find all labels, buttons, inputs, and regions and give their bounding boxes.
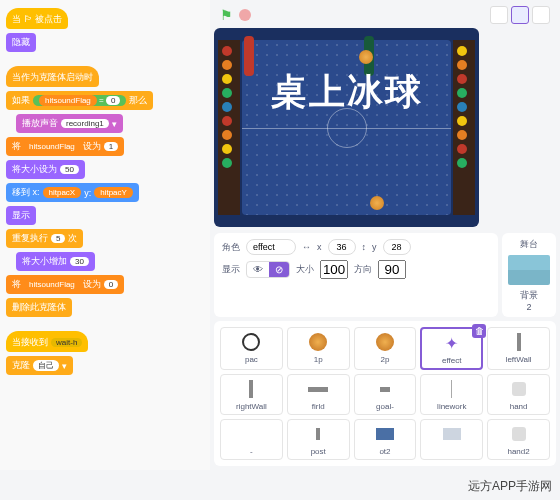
block-set-size[interactable]: 将大小设为 50 (6, 160, 85, 179)
sprite-2p[interactable]: 2p (354, 327, 417, 370)
sprite-firld[interactable]: firld (287, 374, 350, 415)
hide-button[interactable]: ⊘ (269, 262, 289, 277)
size-input[interactable] (320, 260, 348, 279)
sprite-inspector: 角色 ↔ x ↕ y 显示 👁 ⊘ 大小 (214, 233, 498, 317)
green-flag-icon[interactable]: ⚑ (220, 7, 233, 23)
sprite-leftwall[interactable]: leftWall (487, 327, 550, 370)
block-when-receive[interactable]: 当接收到 wait-h (6, 331, 88, 352)
stage-thumbnail[interactable] (508, 255, 550, 285)
sprite-blank[interactable] (420, 419, 483, 460)
block-play-sound[interactable]: 播放声音 recording1 ▾ (16, 114, 123, 133)
block-repeat[interactable]: 重复执行 5 次 (6, 229, 83, 248)
block-goto[interactable]: 移到 x: hitpacX y: hitpacY (6, 183, 139, 202)
block-when-clone[interactable]: 当作为克隆体启动时 (6, 66, 99, 87)
operator-equals[interactable]: hitsoundFlag = 0 (33, 95, 126, 106)
script-area[interactable]: 当 🏳 被点击 隐藏 当作为克隆体启动时 如果 hitsoundFlag = 0… (0, 0, 210, 470)
watermark: 远方APP手游网 (468, 478, 552, 495)
sprite-linework[interactable]: linework (420, 374, 483, 415)
block-if[interactable]: 如果 hitsoundFlag = 0 那么 (6, 91, 153, 110)
x-input[interactable] (328, 239, 356, 255)
block-hide[interactable]: 隐藏 (6, 33, 36, 52)
sprite-ot2[interactable]: ot2 (354, 419, 417, 460)
block-delete-clone[interactable]: 删除此克隆体 (6, 298, 72, 317)
sprite-pac[interactable]: pac (220, 327, 283, 370)
stage[interactable]: 桌上冰球 (214, 28, 479, 227)
sprite-name-input[interactable] (246, 239, 296, 255)
game-table (242, 40, 451, 215)
sprite-rightwall[interactable]: rightWall (220, 374, 283, 415)
block-set-var[interactable]: 将 hitsoundFlag 设为 1 (6, 137, 124, 156)
sprite-hand2[interactable]: hand2 (487, 419, 550, 460)
stop-icon[interactable] (239, 9, 251, 21)
delete-sprite-icon[interactable]: 🗑 (472, 324, 486, 338)
size-label: 大小 (296, 263, 314, 276)
puck-2 (370, 196, 384, 210)
stage-panel[interactable]: 舞台 背景 2 (502, 233, 556, 317)
sprite-post[interactable]: post (287, 419, 350, 460)
block-change-size[interactable]: 将大小增加 30 (16, 252, 95, 271)
dir-input[interactable] (378, 260, 406, 279)
sprite-grid: pac 1p 2p 🗑✦effect leftWall rightWall fi… (214, 321, 556, 466)
view-small-button[interactable] (490, 6, 508, 24)
block-clone[interactable]: 克隆 自己 ▾ (6, 356, 73, 375)
sprite-dash[interactable]: - (220, 419, 283, 460)
y-input[interactable] (383, 239, 411, 255)
stage-toolbar: ⚑ (214, 4, 556, 26)
sprite-goal[interactable]: goal- (354, 374, 417, 415)
stage-title: 桌上冰球 (214, 68, 479, 117)
x-icon: ↔ (302, 242, 311, 252)
block-set-var-2[interactable]: 将 hitsoundFlag 设为 0 (6, 275, 124, 294)
block-show[interactable]: 显示 (6, 206, 36, 225)
block-when-flag[interactable]: 当 🏳 被点击 (6, 8, 68, 29)
sprite-effect[interactable]: 🗑✦effect (420, 327, 483, 370)
sprite-label: 角色 (222, 241, 240, 254)
view-large-button[interactable] (511, 6, 529, 24)
y-icon: ↕ (362, 242, 367, 252)
show-button[interactable]: 👁 (247, 262, 269, 277)
puck (359, 50, 373, 64)
view-full-button[interactable] (532, 6, 550, 24)
dir-label: 方向 (354, 263, 372, 276)
sprite-hand[interactable]: hand (487, 374, 550, 415)
stage-panel-title: 舞台 (507, 238, 551, 251)
backdrop-count: 2 (507, 302, 551, 312)
show-label: 显示 (222, 263, 240, 276)
var-hitsound[interactable]: hitsoundFlag (39, 95, 97, 106)
backdrop-label: 背景 (507, 289, 551, 302)
sprite-1p[interactable]: 1p (287, 327, 350, 370)
